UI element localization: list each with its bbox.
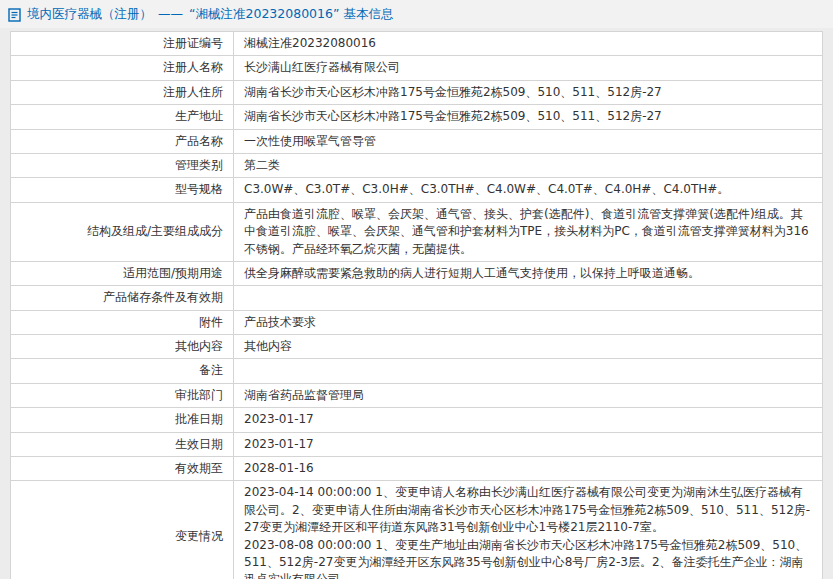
table-row: 产品储存条件及有效期	[11, 286, 823, 310]
table-row: 批准日期 2023-01-17	[11, 408, 823, 432]
row-value: 其他内容	[234, 335, 823, 359]
row-label: 其他内容	[11, 335, 234, 359]
page-header: 境内医疗器械（注册）——“湘械注准20232080016” 基本信息	[0, 0, 833, 28]
info-table: 注册证编号 湘械注准20232080016 注册人名称 长沙满山红医疗器械有限公…	[10, 31, 823, 579]
table-row: 生效日期 2023-01-17	[11, 432, 823, 456]
table-row: 注册人名称 长沙满山红医疗器械有限公司	[11, 56, 823, 80]
table-row: 审批部门 湖南省药品监督管理局	[11, 383, 823, 407]
row-value: 2023-01-17	[234, 432, 823, 456]
row-value: 一次性使用喉罩气管导管	[234, 129, 823, 153]
table-row: 备注	[11, 359, 823, 383]
row-value: 第二类	[234, 153, 823, 177]
header-record-title: “湘械注准20232080016” 基本信息	[189, 6, 393, 21]
row-label: 结构及组成/主要组成成分	[11, 202, 234, 261]
row-label: 注册证编号	[11, 32, 234, 56]
row-value: 湖南省药品监督管理局	[234, 383, 823, 407]
row-label: 产品储存条件及有效期	[11, 286, 234, 310]
table-row: 其他内容 其他内容	[11, 335, 823, 359]
row-value: 供全身麻醉或需要紧急救助的病人进行短期人工通气支持使用，以保持上呼吸道通畅。	[234, 261, 823, 285]
row-value	[234, 359, 823, 383]
row-label: 备注	[11, 359, 234, 383]
row-label: 生效日期	[11, 432, 234, 456]
row-value: 2023-01-17	[234, 408, 823, 432]
document-icon	[8, 8, 21, 22]
row-label: 变更情况	[11, 481, 234, 579]
table-row: 变更情况 2023-04-14 00:00:00 1、变更申请人名称由长沙满山红…	[11, 481, 823, 579]
row-label: 附件	[11, 310, 234, 334]
row-label: 产品名称	[11, 129, 234, 153]
table-row: 有效期至 2028-01-16	[11, 457, 823, 481]
row-value	[234, 286, 823, 310]
row-label: 批准日期	[11, 408, 234, 432]
row-label: 管理类别	[11, 153, 234, 177]
table-row: 注册人住所 湖南省长沙市天心区杉木冲路175号金恒雅苑2栋509、510、511…	[11, 80, 823, 104]
row-value: C3.0W#、C3.0T#、C3.0H#、C3.0TH#、C4.0W#、C4.0…	[234, 178, 823, 202]
table-row: 适用范围/预期用途 供全身麻醉或需要紧急救助的病人进行短期人工通气支持使用，以保…	[11, 261, 823, 285]
row-value: 长沙满山红医疗器械有限公司	[234, 56, 823, 80]
row-label: 适用范围/预期用途	[11, 261, 234, 285]
page-title: 境内医疗器械（注册）——“湘械注准20232080016” 基本信息	[27, 6, 393, 23]
row-label: 审批部门	[11, 383, 234, 407]
table-wrap: 注册证编号 湘械注准20232080016 注册人名称 长沙满山红医疗器械有限公…	[10, 31, 823, 579]
row-label: 有效期至	[11, 457, 234, 481]
row-label: 型号规格	[11, 178, 234, 202]
table-row: 附件 产品技术要求	[11, 310, 823, 334]
table-row: 管理类别 第二类	[11, 153, 823, 177]
header-category: 境内医疗器械（注册）	[27, 6, 152, 21]
table-row: 产品名称 一次性使用喉罩气管导管	[11, 129, 823, 153]
row-value: 产品技术要求	[234, 310, 823, 334]
row-value: 湘械注准20232080016	[234, 32, 823, 56]
table-body: 注册证编号 湘械注准20232080016 注册人名称 长沙满山红医疗器械有限公…	[11, 32, 823, 579]
row-label: 注册人住所	[11, 80, 234, 104]
row-value: 2023-04-14 00:00:00 1、变更申请人名称由长沙满山红医疗器械有…	[234, 481, 823, 579]
table-row: 注册证编号 湘械注准20232080016	[11, 32, 823, 56]
table-row: 生产地址 湖南省长沙市天心区杉木冲路175号金恒雅苑2栋509、510、511、…	[11, 105, 823, 129]
row-label: 生产地址	[11, 105, 234, 129]
row-value: 产品由食道引流腔、喉罩、会厌架、通气管、接头、护套(选配件)、食道引流管支撑弹簧…	[234, 202, 823, 261]
row-value: 湖南省长沙市天心区杉木冲路175号金恒雅苑2栋509、510、511、512房-…	[234, 105, 823, 129]
row-value: 2028-01-16	[234, 457, 823, 481]
header-separator: ——	[158, 6, 183, 21]
table-row: 结构及组成/主要组成成分 产品由食道引流腔、喉罩、会厌架、通气管、接头、护套(选…	[11, 202, 823, 261]
row-value: 湖南省长沙市天心区杉木冲路175号金恒雅苑2栋509、510、511、512房-…	[234, 80, 823, 104]
row-label: 注册人名称	[11, 56, 234, 80]
table-row: 型号规格 C3.0W#、C3.0T#、C3.0H#、C3.0TH#、C4.0W#…	[11, 178, 823, 202]
